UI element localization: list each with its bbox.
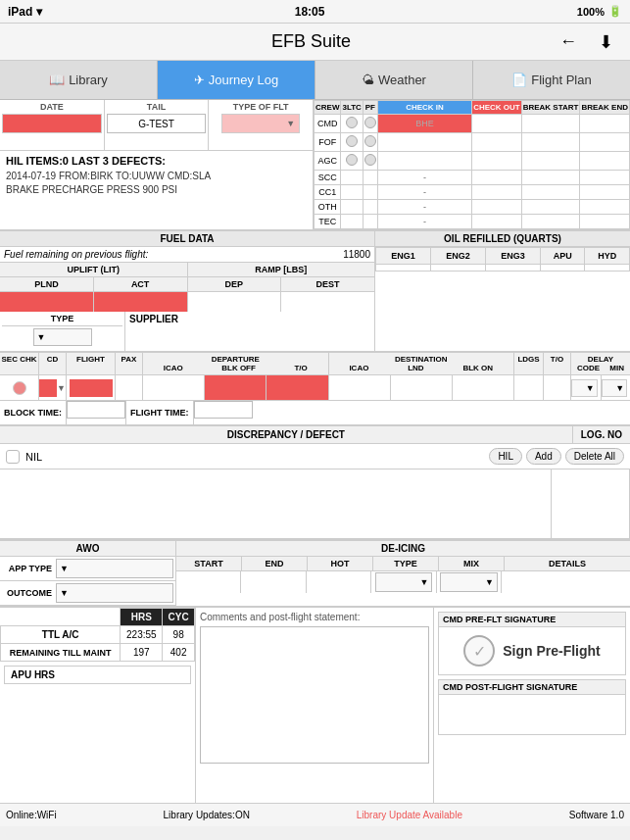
tec-break-start[interactable] <box>521 215 580 229</box>
scc-check-in[interactable]: - <box>377 171 471 185</box>
dest-blkon-cell[interactable] <box>453 375 513 400</box>
disc-area[interactable] <box>0 469 630 539</box>
fof-check-out[interactable] <box>472 133 522 152</box>
oth-break-end[interactable] <box>580 200 630 215</box>
apu-value[interactable] <box>540 265 585 272</box>
fuel-type-select[interactable]: ▼ <box>33 328 92 346</box>
tab-flight-plan[interactable]: 📄 Flight Plan <box>473 61 630 99</box>
dep-to-cell[interactable] <box>267 375 327 400</box>
agc-pf[interactable] <box>363 152 377 171</box>
oth-check-in[interactable]: - <box>377 200 471 215</box>
fof-check-in[interactable] <box>377 133 471 152</box>
tec-check-out[interactable] <box>472 215 522 229</box>
dep-icao-cell[interactable] <box>143 375 205 400</box>
tab-library[interactable]: 📖 Library <box>0 61 158 99</box>
cmd-3ltc[interactable] <box>341 115 363 133</box>
deicing-details-cell[interactable] <box>502 571 630 593</box>
pax-cell[interactable] <box>116 375 143 400</box>
awo-app-type-select[interactable]: ▼ <box>56 559 173 578</box>
agc-pf-radio[interactable] <box>364 154 376 166</box>
nil-checkbox[interactable] <box>6 450 20 464</box>
scc-break-end[interactable] <box>580 171 630 185</box>
cmd-break-end[interactable] <box>580 115 630 133</box>
back-button[interactable]: ← <box>554 27 583 57</box>
add-button[interactable]: Add <box>526 448 561 465</box>
cmd-break-start[interactable] <box>521 115 580 133</box>
delay-code-select[interactable]: ▼ <box>571 379 598 397</box>
flight-input[interactable] <box>70 379 113 397</box>
fof-pf-radio[interactable] <box>364 135 376 147</box>
fof-break-end[interactable] <box>580 133 630 152</box>
cmd-3ltc-radio[interactable] <box>346 117 358 128</box>
eng3-value[interactable] <box>485 265 540 272</box>
cmd-check-out[interactable] <box>472 115 522 133</box>
cc1-break-end[interactable] <box>580 185 630 200</box>
fof-break-start[interactable] <box>521 133 580 152</box>
deicing-hot-cell[interactable] <box>307 571 371 593</box>
to-cell[interactable] <box>544 375 571 400</box>
cmd-pf-radio[interactable] <box>364 117 376 128</box>
scc-check-out[interactable] <box>472 171 522 185</box>
agc-3ltc-radio[interactable] <box>346 154 358 166</box>
flight-cell[interactable] <box>67 375 116 400</box>
cc1-check-in[interactable]: - <box>377 185 471 200</box>
delay-code-cell[interactable]: ▼ <box>571 375 602 400</box>
fof-3ltc-radio[interactable] <box>346 135 358 147</box>
comments-textarea[interactable] <box>200 626 429 764</box>
type-flt-select[interactable]: ▼ <box>221 114 300 133</box>
deicing-type-select[interactable]: ▼ <box>375 572 433 592</box>
cmd-post-sig-body[interactable] <box>439 695 625 734</box>
ttl-ac-hrs[interactable]: 223:55 <box>121 626 163 644</box>
disc-text-area[interactable] <box>0 469 552 538</box>
cc1-break-start[interactable] <box>521 185 580 200</box>
fof-3ltc[interactable] <box>341 133 363 152</box>
agc-check-out[interactable] <box>472 152 522 171</box>
tail-value[interactable]: G-TEST <box>107 114 207 133</box>
cmd-check-in-input[interactable] <box>379 119 470 128</box>
agc-check-in[interactable] <box>377 152 471 171</box>
download-button[interactable]: ⬇ <box>591 27 620 57</box>
flight-time-input[interactable] <box>194 401 253 419</box>
eng2-value[interactable] <box>430 265 485 272</box>
fuel-plnd-cell[interactable] <box>0 292 94 312</box>
delay-min-select[interactable]: ▼ <box>602 379 628 397</box>
scc-break-start[interactable] <box>521 171 580 185</box>
ldgs-cell[interactable] <box>514 375 544 400</box>
fof-pf[interactable] <box>363 133 377 152</box>
agc-3ltc[interactable] <box>341 152 363 171</box>
eng1-value[interactable] <box>376 265 431 272</box>
oth-break-start[interactable] <box>521 200 580 215</box>
tec-check-in[interactable]: - <box>377 215 471 229</box>
tec-break-end[interactable] <box>580 215 630 229</box>
dest-icao-cell[interactable] <box>329 375 391 400</box>
sec-chk-indicator[interactable] <box>13 381 26 395</box>
cc1-check-out[interactable] <box>472 185 522 200</box>
deicing-start-cell[interactable] <box>176 571 241 593</box>
sign-pre-flight-label[interactable]: Sign Pre-Flight <box>503 643 601 659</box>
delete-all-button[interactable]: Delete All <box>565 448 624 465</box>
fuel-dep-cell[interactable] <box>188 292 282 312</box>
fuel-dest-cell[interactable] <box>281 292 374 312</box>
disc-logno-area[interactable] <box>552 469 630 538</box>
deicing-type-cell[interactable]: ▼ <box>371 571 436 593</box>
agc-break-start[interactable] <box>521 152 580 171</box>
deicing-mix-select[interactable]: ▼ <box>440 572 498 592</box>
date-input[interactable] <box>2 114 102 133</box>
cd-input[interactable] <box>39 379 57 397</box>
tab-journey-log[interactable]: ✈ Journey Log <box>158 61 315 99</box>
deicing-mix-cell[interactable]: ▼ <box>437 571 502 593</box>
library-update-available[interactable]: Library Update Available <box>357 810 462 820</box>
oth-check-out[interactable] <box>472 200 522 215</box>
fuel-act-cell[interactable] <box>94 292 188 312</box>
block-time-input[interactable] <box>67 401 125 419</box>
agc-break-end[interactable] <box>580 152 630 171</box>
cd-cell[interactable]: ▼ <box>39 375 67 400</box>
hyd-value[interactable] <box>585 265 630 272</box>
cmd-check-in[interactable] <box>377 115 471 133</box>
awo-outcome-select[interactable]: ▼ <box>56 583 173 603</box>
cmd-pf[interactable] <box>363 115 377 133</box>
dep-blkoff-cell[interactable] <box>205 375 267 400</box>
delay-min-cell[interactable]: ▼ <box>602 375 631 400</box>
hil-button[interactable]: HIL <box>489 448 522 465</box>
remaining-cyc[interactable]: 402 <box>163 644 195 662</box>
